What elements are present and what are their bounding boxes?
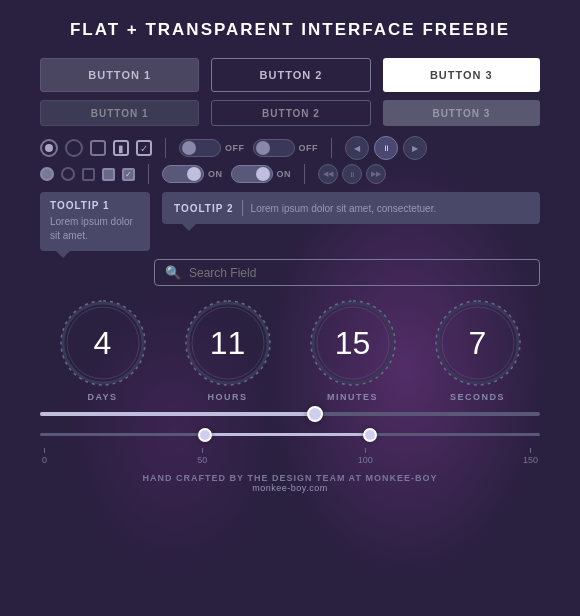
timer-seconds: 7 SECoNds: [433, 298, 523, 402]
tick-100: 100: [358, 448, 373, 465]
checkbox-empty[interactable]: [90, 140, 106, 156]
timer-minutes-label: MINUTES: [327, 392, 378, 402]
timer-minutes-value: 15: [308, 298, 398, 388]
divider4: [304, 164, 305, 184]
timer-hours-circle: 11: [183, 298, 273, 388]
tick-50: 50: [197, 448, 207, 465]
checkbox-small-film[interactable]: [102, 168, 115, 181]
tooltips-section: TOOLTIP 1 Lorem ipsum dolor sit amet. TO…: [40, 192, 540, 251]
timer-days-circle: 4: [58, 298, 148, 388]
timer-minutes: 15 MINUTES: [308, 298, 398, 402]
footer-line1: HAND CRAFTED BY THE DESIGN TEAM AT MONKE…: [40, 473, 540, 483]
media-small-prev[interactable]: ◀◀: [318, 164, 338, 184]
slider-1-track[interactable]: [40, 412, 540, 416]
tick-label-100: 100: [358, 455, 373, 465]
button-small-2[interactable]: BUTTON 2: [211, 100, 370, 126]
timer-seconds-label: SECoNds: [450, 392, 505, 402]
radio-small-empty[interactable]: [61, 167, 75, 181]
slider-1-row: [40, 412, 540, 416]
radio-filled[interactable]: [40, 139, 58, 157]
checkbox-small-checked[interactable]: ✓: [122, 168, 135, 181]
tooltip-2-text: Lorem ipsum dolor sit amet, consectetuer…: [251, 203, 437, 214]
button-small-1[interactable]: BUTTON 1: [40, 100, 199, 126]
tooltip-2-title: TOOLTIP 2: [174, 203, 234, 214]
tick-label-150: 150: [523, 455, 538, 465]
divider2: [331, 138, 332, 158]
media-prev[interactable]: ◀: [345, 136, 369, 160]
slider-1-fill: [40, 412, 315, 416]
footer: HAND CRAFTED BY THE DESIGN TEAM AT MONKE…: [40, 473, 540, 493]
button-2[interactable]: BUTTON 2: [211, 58, 370, 92]
toggle-off-2[interactable]: [253, 139, 295, 157]
search-input[interactable]: [189, 266, 529, 280]
range-ticks: 0 50 100 150: [40, 448, 540, 465]
tooltip-1-title: TOOLTIP 1: [50, 200, 140, 211]
buttons-row-1: BUTTON 1 BUTTON 2 BUTTON 3: [40, 58, 540, 92]
radio-small-filled[interactable]: [40, 167, 54, 181]
toggle-on-label-2: ON: [277, 169, 292, 179]
toggle-label-1: OFF: [225, 143, 245, 153]
checkbox-checked[interactable]: ✓: [136, 140, 152, 156]
timer-seconds-circle: 7: [433, 298, 523, 388]
button-1[interactable]: BUTTON 1: [40, 58, 199, 92]
range-track[interactable]: [40, 433, 540, 436]
tick-mark-100: [365, 448, 366, 453]
tick-mark-50: [202, 448, 203, 453]
search-container: 🔍: [154, 259, 540, 286]
divider3: [148, 164, 149, 184]
timer-days: 4 DAYS: [58, 298, 148, 402]
range-knob-low[interactable]: [198, 428, 212, 442]
media-small-pause[interactable]: ⏸: [342, 164, 362, 184]
range-fill: [205, 433, 370, 436]
media-pause[interactable]: ⏸: [374, 136, 398, 160]
toggle-label-2: OFF: [299, 143, 319, 153]
tick-0: 0: [42, 448, 47, 465]
media-next[interactable]: ▶: [403, 136, 427, 160]
tick-150: 150: [523, 448, 538, 465]
timer-hours: 11 HOURS: [183, 298, 273, 402]
timers-row: 4 DAYS 11 HOURS: [40, 298, 540, 402]
buttons-row-2: BUTTON 1 BUTTON 2 BUTTON 3: [40, 100, 540, 126]
checkbox-small-empty[interactable]: [82, 168, 95, 181]
toggle-on-label-1: ON: [208, 169, 223, 179]
divider: [165, 138, 166, 158]
timer-seconds-value: 7: [433, 298, 523, 388]
search-icon: 🔍: [165, 265, 181, 280]
tick-mark-0: [44, 448, 45, 453]
slider-section-1: [40, 412, 540, 416]
slider-1-knob[interactable]: [307, 406, 323, 422]
timer-minutes-circle: 15: [308, 298, 398, 388]
footer-link[interactable]: monkee-boy.com: [40, 483, 540, 493]
tooltip-1: TOOLTIP 1 Lorem ipsum dolor sit amet.: [40, 192, 150, 251]
tick-label-0: 0: [42, 455, 47, 465]
range-track-container: [40, 424, 540, 444]
toggle-on-1[interactable]: [162, 165, 204, 183]
timer-hours-value: 11: [183, 298, 273, 388]
toggle-on-2[interactable]: [231, 165, 273, 183]
tick-mark-150: [530, 448, 531, 453]
timer-days-label: DAYS: [87, 392, 117, 402]
tooltip-divider: [242, 200, 243, 216]
tooltip-2: TOOLTIP 2 Lorem ipsum dolor sit amet, co…: [162, 192, 540, 224]
tick-label-50: 50: [197, 455, 207, 465]
range-slider-section: 0 50 100 150: [40, 424, 540, 465]
range-knob-high[interactable]: [363, 428, 377, 442]
timer-hours-label: HOURS: [207, 392, 247, 402]
button-small-3[interactable]: BUTTON 3: [383, 100, 540, 126]
page-title: FLAT + TRANSPARENT INTERFACE FREEBIE: [40, 20, 540, 40]
tooltip-1-text: Lorem ipsum dolor sit amet.: [50, 215, 140, 243]
button-3[interactable]: BUTTON 3: [383, 58, 540, 92]
checkbox-film[interactable]: ▮: [113, 140, 129, 156]
timer-days-value: 4: [58, 298, 148, 388]
media-small-next[interactable]: ▶▶: [366, 164, 386, 184]
toggle-off-1[interactable]: [179, 139, 221, 157]
radio-empty[interactable]: [65, 139, 83, 157]
